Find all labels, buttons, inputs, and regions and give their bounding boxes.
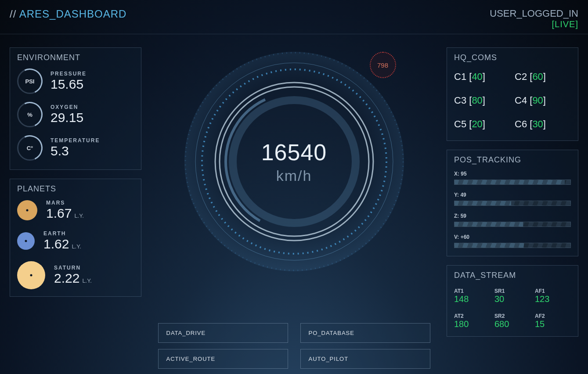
data-stream-key: AT2 <box>454 313 490 319</box>
data-stream-value: 30 <box>494 294 530 304</box>
tracking-bar <box>454 222 571 227</box>
coms-value: 40 <box>472 71 482 82</box>
env-oxygen-gauge-icon: % <box>17 102 43 127</box>
pos-tracking-title: POS_TRACKING <box>454 155 571 165</box>
tracking-label: Z: 59 <box>454 213 571 219</box>
data-stream-key: SR1 <box>494 288 530 294</box>
env-oxygen-label: OXYGEN <box>51 104 83 110</box>
data-drive-button[interactable]: DATA_DRIVE <box>158 323 288 343</box>
coms-name: C6 <box>515 119 530 129</box>
tracking-fill <box>455 222 523 227</box>
data-stream-title: DATA_STREAM <box>454 271 571 280</box>
data-stream-value: 15 <box>535 319 571 329</box>
planet-name: MARS <box>46 200 84 206</box>
po-database-button[interactable]: PO_DATABASE <box>300 323 430 343</box>
coms-name: C4 <box>515 95 530 106</box>
planets-panel: PLANETS MARS1.67L.Y.EARTH1.62L.Y.SATURN2… <box>10 179 141 297</box>
gauge-speed-value: 16540 <box>261 139 327 165</box>
planet-icon <box>17 261 45 289</box>
env-oxygen-value: 29.15 <box>51 110 83 125</box>
tracking-bar <box>454 201 571 206</box>
coms-channel: C2 [60] <box>515 71 571 83</box>
title-text: ARES_DASHBOARD <box>19 8 127 20</box>
tracking-label: X: 95 <box>454 171 571 177</box>
top-bar: // ARES_DASHBOARD USER_LOGGED_IN [LIVE] <box>0 0 588 34</box>
coms-value: 20 <box>472 119 482 129</box>
data-stream-cell: AF1123 <box>535 288 571 304</box>
planet-name: EARTH <box>43 230 81 237</box>
data-stream-panel: DATA_STREAM AT1148SR130AF1123AT2180SR268… <box>447 265 578 337</box>
data-stream-key: AF2 <box>535 313 571 319</box>
planet-name: SATURN <box>54 265 92 271</box>
session-info: USER_LOGGED_IN [LIVE] <box>490 8 578 29</box>
planet-row: MARS1.67L.Y. <box>17 200 134 221</box>
data-stream-value: 180 <box>454 319 490 329</box>
coms-name: C2 <box>515 71 530 82</box>
coms-value: 90 <box>532 95 543 106</box>
tracking-fill <box>455 243 524 248</box>
coms-value: 80 <box>472 95 482 106</box>
data-stream-value: 123 <box>535 294 571 304</box>
coms-name: C3 <box>454 95 469 106</box>
tracking-fill <box>455 180 565 184</box>
data-stream-cell: SR130 <box>494 288 530 304</box>
planet-icon <box>17 232 35 250</box>
hq-coms-title: HQ_COMS <box>454 53 571 62</box>
planet-distance: 1.67L.Y. <box>46 206 84 221</box>
planet-distance: 1.62L.Y. <box>43 237 81 252</box>
tracking-label: Y: 49 <box>454 192 571 198</box>
data-stream-key: AT1 <box>454 288 490 294</box>
environment-panel: ENVIRONMENT PSI PRESSURE 15.65 % OXYGEN … <box>10 47 141 170</box>
coms-channel: C6 [30] <box>515 119 571 130</box>
env-pressure-value: 15.65 <box>51 77 87 92</box>
planet-row: SATURN2.22L.Y. <box>17 261 134 289</box>
user-status: USER_LOGGED_IN <box>490 8 578 19</box>
auto-pilot-button[interactable]: AUTO_PILOT <box>300 349 430 369</box>
planet-unit: L.Y. <box>82 277 91 284</box>
data-stream-cell: AT2180 <box>454 313 490 329</box>
coms-value: 60 <box>532 71 543 82</box>
title-prefix: // <box>10 8 19 20</box>
coms-value: 30 <box>532 119 543 129</box>
env-temperature-row: C° TEMPERATURE 5.3 <box>17 135 134 161</box>
tracking-row: Z: 59 <box>454 213 571 227</box>
tracking-bar <box>454 243 571 248</box>
env-temperature-gauge-icon: C° <box>17 135 43 161</box>
tracking-fill <box>455 201 511 205</box>
planet-unit: L.Y. <box>72 243 81 250</box>
env-temperature-label: TEMPERATURE <box>51 137 100 144</box>
data-stream-cell: SR2680 <box>494 313 530 329</box>
control-button-grid: DATA_DRIVE PO_DATABASE ACTIVE_ROUTE AUTO… <box>158 323 430 369</box>
coms-channel: C1 [40] <box>454 71 510 83</box>
env-pressure-gauge-icon: PSI <box>17 68 43 94</box>
data-stream-cell: AF215 <box>535 313 571 329</box>
planet-icon <box>17 200 37 220</box>
active-route-button[interactable]: ACTIVE_ROUTE <box>158 349 288 369</box>
coms-name: C1 <box>454 71 469 82</box>
coms-name: C5 <box>454 119 469 129</box>
data-stream-key: AF1 <box>535 288 571 294</box>
env-oxygen-row: % OXYGEN 29.15 <box>17 102 134 127</box>
env-temperature-value: 5.3 <box>51 144 100 158</box>
data-stream-cell: AT1148 <box>454 288 490 304</box>
live-indicator: [LIVE] <box>490 19 578 29</box>
app-title: // ARES_DASHBOARD <box>10 8 126 20</box>
tracking-bar <box>454 180 571 185</box>
coms-channel: C5 [20] <box>454 119 510 130</box>
env-pressure-row: PSI PRESSURE 15.65 <box>17 68 134 94</box>
data-stream-key: SR2 <box>494 313 530 319</box>
tracking-row: X: 95 <box>454 171 571 185</box>
hq-coms-panel: HQ_COMS C1 [40]C2 [60]C3 [80]C4 [90]C5 [… <box>447 47 578 141</box>
pos-tracking-panel: POS_TRACKING X: 95Y: 49Z: 59V: +60 <box>447 150 578 256</box>
gauge-speed-unit: km/h <box>276 167 312 184</box>
environment-title: ENVIRONMENT <box>17 53 134 62</box>
planet-row: EARTH1.62L.Y. <box>17 230 134 252</box>
data-stream-value: 148 <box>454 294 490 304</box>
planet-distance: 2.22L.Y. <box>54 271 92 286</box>
coms-channel: C4 [90] <box>515 95 571 106</box>
coms-channel: C3 [80] <box>454 95 510 106</box>
planets-title: PLANETS <box>17 184 134 194</box>
tracking-label: V: +60 <box>454 234 571 240</box>
env-pressure-label: PRESSURE <box>51 71 87 77</box>
data-stream-value: 680 <box>494 319 530 329</box>
